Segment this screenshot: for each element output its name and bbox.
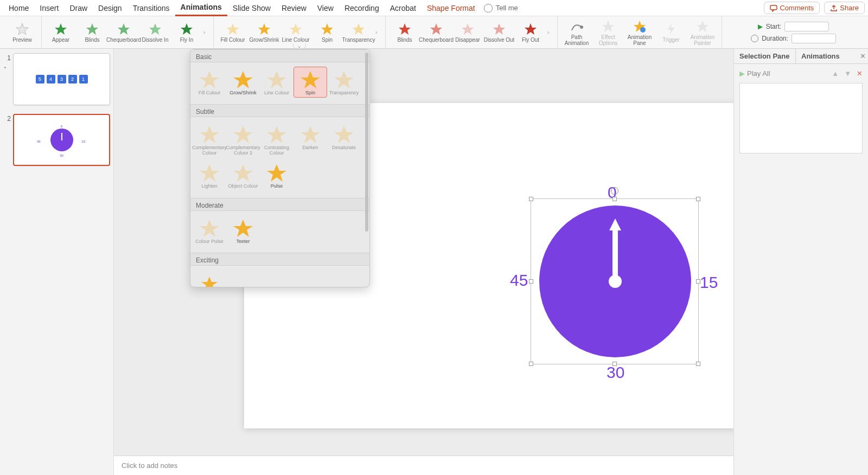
emphasis-fill-colour[interactable]: Fill Colour <box>217 22 248 43</box>
tab-selection-pane[interactable]: Selection Pane <box>734 49 796 63</box>
tab-slideshow[interactable]: Slide Show <box>227 1 276 16</box>
pop-item-grow-shrink[interactable]: Grow/Shrink <box>226 67 260 98</box>
duration-input[interactable] <box>792 34 836 43</box>
label: Fill Colour <box>220 37 245 43</box>
emphasis-line-colour[interactable]: Line Colour <box>280 22 311 43</box>
emphasis-spin[interactable]: Spin <box>311 22 343 43</box>
move-up-button[interactable]: ▲ <box>832 69 839 78</box>
resize-handle-t[interactable] <box>612 197 617 201</box>
right-panel: Selection Pane Animations ✕ ▶ Play All ▲… <box>733 49 868 475</box>
box: 2 <box>68 75 77 84</box>
animation-list[interactable] <box>739 83 863 153</box>
entrance-dissolve-in[interactable]: Dissolve In <box>139 22 171 43</box>
svg-marker-25 <box>301 71 320 88</box>
exit-dissolve-out[interactable]: Dissolve Out <box>483 22 515 43</box>
pop-item-fill-colour[interactable]: Fill Colour <box>193 67 226 98</box>
pop-item-darken[interactable]: Darken <box>293 121 327 158</box>
pop-item-complementary-colour[interactable]: Complementary Colour <box>193 121 226 158</box>
animation-painter-button[interactable]: AnimationPainter <box>687 19 718 46</box>
main-body: 1 ⋆ 5 4 3 2 1 2 0 15 30 45 <box>0 49 868 475</box>
svg-marker-11 <box>353 23 365 35</box>
emphasis-grow-shrink[interactable]: Grow/Shrink <box>248 22 280 43</box>
notes-pane[interactable]: Click to add notes <box>114 455 733 475</box>
pop-item-contrasting-colour[interactable]: Contrasting Colour <box>260 121 293 158</box>
t2-15: 15 <box>81 140 85 143</box>
preview-button[interactable]: Preview <box>7 22 38 43</box>
svg-marker-5 <box>149 23 161 35</box>
tab-shape-format[interactable]: Shape Format <box>422 1 481 16</box>
tab-recording[interactable]: Recording <box>339 1 385 16</box>
pop-item-exciting[interactable] <box>193 270 226 287</box>
thumbnail-slide-1[interactable]: 5 4 3 2 1 <box>13 53 110 105</box>
delete-anim-button[interactable]: ✕ <box>857 69 863 78</box>
svg-marker-6 <box>181 23 193 35</box>
svg-marker-9 <box>290 23 302 35</box>
resize-handle-tl[interactable] <box>529 197 533 201</box>
play-all-label[interactable]: Play All <box>747 69 770 78</box>
pop-item-colour-pulse[interactable]: Colour Pulse <box>193 215 226 246</box>
resize-handle-tr[interactable] <box>696 197 700 201</box>
pop-item-label: Desaturate <box>332 145 356 150</box>
tab-view[interactable]: View <box>312 1 339 16</box>
exit-more[interactable]: › <box>546 28 554 36</box>
clock-needle <box>611 219 619 284</box>
tab-review[interactable]: Review <box>276 1 312 16</box>
entrance-blinds[interactable]: Blinds <box>76 22 108 43</box>
preview-star-icon <box>15 22 29 36</box>
start-input[interactable] <box>784 22 829 31</box>
entrance-chequerboard[interactable]: Chequerboard <box>108 22 139 43</box>
slide-canvas[interactable]: 0 15 30 45 <box>114 49 733 475</box>
popover-scrollbar[interactable] <box>365 53 368 232</box>
trigger-button[interactable]: Trigger <box>655 22 687 43</box>
comment-icon <box>770 4 777 12</box>
tab-home[interactable]: Home <box>3 1 34 16</box>
tab-design[interactable]: Design <box>93 1 127 16</box>
svg-marker-15 <box>493 23 505 35</box>
pop-item-object-colour[interactable]: Object Colour <box>226 160 260 191</box>
resize-handle-br[interactable] <box>696 362 700 366</box>
exit-chequerboard[interactable]: Chequerboard <box>420 22 452 43</box>
pop-item-complementary-colour-2[interactable]: Complementary Colour 2 <box>226 121 260 158</box>
emphasis-transparency[interactable]: Transparency <box>343 22 374 43</box>
resize-handle-bl[interactable] <box>529 362 533 366</box>
close-pane-button[interactable]: ✕ <box>857 49 868 63</box>
path-animation-button[interactable]: PathAnimation <box>561 19 592 46</box>
selected-shape[interactable] <box>531 198 699 364</box>
exit-fly-out[interactable]: Fly Out <box>515 22 546 43</box>
start-label: Start: <box>766 23 782 30</box>
entrance-appear[interactable]: Appear <box>45 22 76 43</box>
emphasis-dropdown-chevron[interactable]: ⌄ <box>293 43 306 49</box>
tab-transitions[interactable]: Transitions <box>127 1 175 16</box>
emphasis-more[interactable]: › <box>374 28 382 36</box>
pop-item-transparency[interactable]: Transparency <box>327 67 361 98</box>
effect-options-button[interactable]: EffectOptions <box>592 19 624 46</box>
animation-pane-button[interactable]: AnimationPane <box>624 19 655 46</box>
tab-draw[interactable]: Draw <box>64 1 93 16</box>
entrance-more[interactable]: › <box>202 28 210 36</box>
pop-item-lighten[interactable]: Lighten <box>193 160 226 191</box>
pop-item-line-colour[interactable]: Line Colour <box>260 67 293 98</box>
tell-me[interactable]: Tell me <box>484 4 518 12</box>
resize-handle-l[interactable] <box>529 279 533 284</box>
tab-acrobat[interactable]: Acrobat <box>385 1 422 16</box>
entrance-fly-in[interactable]: Fly In <box>171 22 202 43</box>
move-down-button[interactable]: ▼ <box>844 69 851 78</box>
tab-insert[interactable]: Insert <box>34 1 64 16</box>
tab-animations-pane[interactable]: Animations <box>796 49 857 63</box>
share-button[interactable]: Share <box>824 2 865 14</box>
resize-handle-r[interactable] <box>696 279 700 284</box>
tab-animations[interactable]: Animations <box>175 0 227 16</box>
duration-label: Duration: <box>762 35 788 42</box>
rotate-handle[interactable] <box>611 187 618 195</box>
popover-section-exciting: Exciting <box>190 253 369 266</box>
comments-button[interactable]: Comments <box>764 2 820 14</box>
pop-item-teeter[interactable]: Teeter <box>226 215 260 246</box>
exit-disappear[interactable]: Disappear <box>452 22 483 43</box>
resize-handle-b[interactable] <box>612 362 617 366</box>
thumbnail-slide-2[interactable]: 0 15 30 45 <box>13 114 110 166</box>
exit-blinds[interactable]: Blinds <box>389 22 420 43</box>
pop-item-spin[interactable]: Spin <box>293 67 327 98</box>
pop-item-pulse[interactable]: Pulse <box>260 160 293 191</box>
right-panel-tabs: Selection Pane Animations ✕ <box>734 49 868 64</box>
pop-item-desaturate[interactable]: Desaturate <box>327 121 361 158</box>
